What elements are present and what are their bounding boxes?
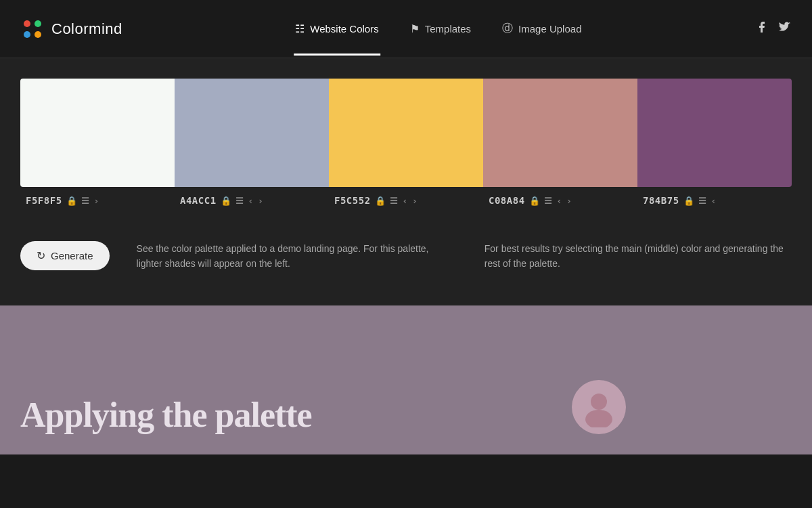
facebook-icon: [754, 20, 768, 34]
nav-image-upload-label: Image Upload: [518, 23, 581, 35]
color-hex-0: F5F8F5: [26, 195, 62, 206]
bookmark-icon: ⚑: [410, 22, 420, 35]
swatch-2[interactable]: [329, 79, 483, 187]
lock-icon-4[interactable]: 🔒: [683, 196, 695, 206]
sliders-icon-0[interactable]: ☰: [81, 196, 90, 206]
color-hex-2: F5C552: [334, 195, 371, 206]
sliders-icon-1[interactable]: ☰: [235, 196, 244, 206]
sliders-icon-3[interactable]: ☰: [544, 196, 553, 206]
chevron-left-icon-1[interactable]: ‹: [248, 196, 254, 206]
twitter-icon: [778, 20, 792, 34]
header: Colormind ☷ Website Colors ⚑ Templates ⓓ…: [0, 0, 812, 58]
nav-templates-label: Templates: [425, 23, 471, 35]
swatch-4[interactable]: [637, 79, 792, 187]
logo-icon: [20, 17, 45, 41]
svg-point-2: [24, 31, 30, 38]
color-hex-1: A4ACC1: [180, 195, 217, 206]
logo-area: Colormind: [20, 17, 122, 41]
palette-swatches: [20, 79, 792, 187]
main-content: F5F8F5 🔒 ☰ › A4ACC1 🔒 ☰ ‹ › F5C552 🔒 ☰ ‹…: [0, 58, 812, 305]
palette-label-0: F5F8F5 🔒 ☰ ›: [20, 187, 175, 214]
chevron-right-icon-2[interactable]: ›: [412, 196, 418, 206]
demo-left: Applying the palette: [20, 396, 406, 434]
lock-icon-0[interactable]: 🔒: [66, 196, 78, 206]
chevron-left-icon-2[interactable]: ‹: [403, 196, 408, 206]
demo-avatar: [572, 380, 626, 434]
chevron-left-icon-3[interactable]: ‹: [557, 196, 562, 206]
info-right-text: For best results try selecting the main …: [484, 241, 792, 272]
lock-icon-2[interactable]: 🔒: [375, 196, 386, 206]
social-links: [754, 20, 792, 37]
avatar-icon: [579, 387, 619, 427]
camera-icon: ⓓ: [502, 22, 513, 36]
bottom-area: ↻ Generate See the color palette applied…: [20, 234, 792, 272]
chevron-right-icon-3[interactable]: ›: [566, 196, 572, 206]
color-hex-4: 784B75: [643, 195, 679, 206]
generate-label: Generate: [51, 250, 93, 261]
lock-icon-3[interactable]: 🔒: [529, 196, 541, 206]
swatch-3[interactable]: [483, 79, 637, 187]
swatch-1[interactable]: [175, 79, 329, 187]
demo-right: [406, 380, 792, 434]
color-hex-3: C08A84: [489, 195, 525, 206]
nav-links: ☷ Website Colors ⚑ Templates ⓓ Image Upl…: [283, 16, 593, 41]
sliders-icon-4[interactable]: ☰: [698, 196, 707, 206]
svg-point-1: [35, 20, 41, 27]
palette-label-3: C08A84 🔒 ☰ ‹ ›: [483, 187, 637, 214]
info-texts: See the color palette applied to a demo …: [137, 241, 792, 272]
svg-point-0: [24, 20, 30, 27]
nav-templates[interactable]: ⚑ Templates: [398, 17, 483, 41]
palette-label-4: 784B75 🔒 ☰ ‹: [637, 187, 792, 214]
logo-name: Colormind: [51, 20, 122, 38]
chevron-left-icon-4[interactable]: ‹: [711, 196, 717, 206]
grid-icon: ☷: [295, 22, 304, 35]
svg-point-3: [35, 31, 41, 38]
demo-section: Applying the palette: [0, 305, 812, 454]
refresh-icon: ↻: [37, 249, 45, 262]
swatch-0[interactable]: [20, 79, 175, 187]
chevron-right-icon-1[interactable]: ›: [258, 196, 263, 206]
palette-label-2: F5C552 🔒 ☰ ‹ ›: [329, 187, 483, 214]
palette-labels: F5F8F5 🔒 ☰ › A4ACC1 🔒 ☰ ‹ › F5C552 🔒 ☰ ‹…: [20, 187, 792, 214]
facebook-link[interactable]: [754, 20, 768, 37]
sliders-icon-2[interactable]: ☰: [390, 196, 399, 206]
lock-icon-1[interactable]: 🔒: [221, 196, 232, 206]
twitter-link[interactable]: [778, 20, 792, 37]
nav-image-upload[interactable]: ⓓ Image Upload: [490, 16, 593, 41]
demo-heading: Applying the palette: [20, 396, 406, 434]
svg-point-4: [591, 394, 607, 410]
info-left-text: See the color palette applied to a demo …: [137, 241, 444, 272]
palette-label-1: A4ACC1 🔒 ☰ ‹ ›: [175, 187, 329, 214]
chevron-right-icon-0[interactable]: ›: [94, 196, 99, 206]
svg-point-5: [585, 410, 612, 427]
nav-website-colors[interactable]: ☷ Website Colors: [283, 17, 390, 41]
generate-button[interactable]: ↻ Generate: [20, 241, 110, 270]
nav-website-colors-label: Website Colors: [310, 23, 378, 35]
